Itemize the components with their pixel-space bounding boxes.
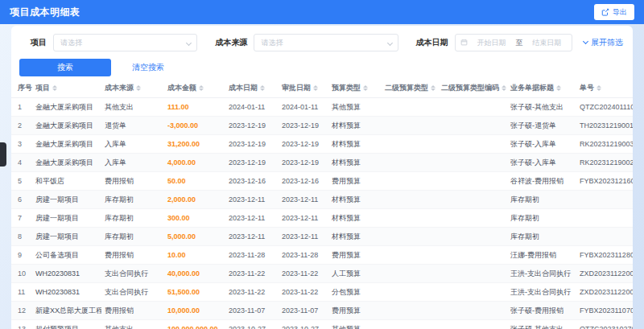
search-button[interactable]: 搜索 bbox=[19, 59, 111, 76]
cell-sub-budget-code bbox=[438, 302, 507, 320]
export-button[interactable]: 导出 bbox=[594, 4, 634, 20]
side-drawer-handle[interactable] bbox=[0, 142, 6, 167]
chevron-down-icon bbox=[387, 40, 393, 46]
table-row: 10WH20230831支出合同执行40,000.002023-11-22202… bbox=[11, 265, 633, 283]
cell-doc-no: ZXD20231122002 bbox=[576, 265, 633, 283]
cell-approval-date: 2023-12-19 bbox=[279, 117, 328, 135]
cell-budget-type: 其他预算 bbox=[328, 320, 382, 329]
cell-approval-date: 2023-11-28 bbox=[279, 246, 328, 265]
cell-doc-no bbox=[576, 228, 633, 246]
col-source[interactable]: 成本来源 bbox=[101, 79, 164, 98]
cell-amount: 40,000.00 bbox=[164, 265, 225, 283]
cell-budget-type: 材料预算 bbox=[328, 228, 382, 246]
export-icon bbox=[601, 8, 609, 16]
cell-budget-type: 人工预算 bbox=[328, 265, 382, 283]
col-sub-budget-type[interactable]: 二级预算类型 bbox=[382, 79, 438, 98]
cell-sub-budget-code bbox=[438, 98, 507, 117]
sort-icon[interactable] bbox=[556, 85, 561, 91]
col-doc-no[interactable]: 单号 bbox=[576, 79, 633, 98]
sort-icon[interactable] bbox=[431, 85, 436, 91]
sort-icon[interactable] bbox=[136, 85, 141, 91]
table-body: 1金融大厦采购项目其他支出111.002024-01-112024-01-11其… bbox=[11, 98, 633, 329]
sort-icon[interactable] bbox=[363, 85, 368, 91]
cell-source: 费用报销 bbox=[101, 246, 164, 265]
cell-budget-type: 材料预算 bbox=[328, 135, 382, 154]
cell-budget-type: 材料预算 bbox=[328, 154, 382, 172]
cell-doc-no: TH20231219001 bbox=[576, 117, 633, 135]
date-to-label: 至 bbox=[515, 38, 522, 48]
table-row: 6房建一期项目库存期初2,000.002023-12-112023-12-11材… bbox=[11, 191, 633, 209]
cell-source: 支出合同执行 bbox=[101, 265, 164, 283]
cell-amount: 300.00 bbox=[164, 209, 225, 228]
cell-amount: 111.00 bbox=[164, 98, 225, 117]
cell-project: 房建一期项目 bbox=[32, 191, 101, 209]
cell-cost-date: 2023-11-07 bbox=[225, 302, 279, 320]
cell-amount: 5,000.00 bbox=[164, 228, 225, 246]
col-sub-budget-code[interactable]: 二级预算类型编码 bbox=[438, 79, 507, 98]
cell-approval-date: 2023-12-11 bbox=[279, 228, 328, 246]
cell-index: 7 bbox=[11, 209, 32, 228]
sort-icon[interactable] bbox=[199, 85, 204, 91]
table-row: 5和平饭店费用报销50.002023-12-162023-12-16费用预算谷祥… bbox=[11, 172, 633, 191]
cell-sub-budget-code bbox=[438, 320, 507, 329]
cell-doc-no: RK20231219003 bbox=[576, 135, 633, 154]
cell-index: 9 bbox=[11, 246, 32, 265]
cell-amount: 31,200.00 bbox=[164, 135, 225, 154]
cell-source: 费用报销 bbox=[101, 172, 164, 191]
table-row: 8房建一期项目库存期初5,000.002023-12-112023-12-11材… bbox=[11, 228, 633, 246]
col-label: 审批日期 bbox=[282, 84, 311, 92]
cell-sub-budget-type bbox=[382, 154, 438, 172]
cell-amount: 51,500.00 bbox=[164, 283, 225, 302]
cell-doc-no: FYBX20231128001 bbox=[576, 246, 633, 265]
cell-sub-budget-type bbox=[382, 191, 438, 209]
cell-budget-type: 材料预算 bbox=[328, 117, 382, 135]
clear-search-link[interactable]: 清空搜索 bbox=[132, 62, 164, 73]
cell-sub-budget-code bbox=[438, 283, 507, 302]
cell-approval-date: 2023-11-22 bbox=[279, 265, 328, 283]
cell-approval-date: 2023-12-19 bbox=[279, 154, 328, 172]
project-select[interactable]: 请选择 bbox=[53, 34, 197, 51]
expand-filter-link[interactable]: 展开筛选 bbox=[584, 37, 623, 48]
cell-index: 3 bbox=[11, 135, 32, 154]
cell-doc-title: 库存期初 bbox=[507, 191, 576, 209]
cell-index: 4 bbox=[11, 154, 32, 172]
col-project[interactable]: 项目 bbox=[32, 79, 101, 98]
sort-icon[interactable] bbox=[260, 85, 265, 91]
sort-icon[interactable] bbox=[597, 85, 601, 91]
cell-cost-date: 2024-01-11 bbox=[225, 98, 279, 117]
table-row: 9公司备选项目费用报销10.002023-11-282023-11-28费用预算… bbox=[11, 246, 633, 265]
cell-project: 和平饭店 bbox=[32, 172, 101, 191]
source-filter-label: 成本来源 bbox=[215, 37, 247, 48]
col-amount[interactable]: 成本金额 bbox=[164, 79, 225, 98]
date-end-placeholder: 结束日期 bbox=[526, 38, 567, 48]
cell-cost-date: 2023-12-11 bbox=[225, 228, 279, 246]
sort-icon[interactable] bbox=[502, 85, 506, 91]
col-doc-title[interactable]: 业务单据标题 bbox=[507, 79, 576, 98]
project-filter-label: 项目 bbox=[31, 37, 47, 48]
cell-index: 10 bbox=[11, 265, 32, 283]
col-label: 成本来源 bbox=[105, 84, 134, 92]
cell-approval-date: 2023-12-11 bbox=[279, 209, 328, 228]
cell-amount: 10,000.00 bbox=[164, 302, 225, 320]
cell-index: 2 bbox=[11, 117, 32, 135]
cell-doc-no: FYBX20231107001 bbox=[576, 302, 633, 320]
cell-approval-date: 2023-11-07 bbox=[279, 302, 328, 320]
cell-cost-date: 2023-12-16 bbox=[225, 172, 279, 191]
sort-icon[interactable] bbox=[52, 85, 57, 91]
cell-source: 退货单 bbox=[101, 117, 164, 135]
cell-approval-date: 2023-12-19 bbox=[279, 135, 328, 154]
table-row: 3金融大厦采购项目入库单31,200.002023-12-192023-12-1… bbox=[11, 135, 633, 154]
date-range-picker[interactable]: 开始日期 至 结束日期 bbox=[455, 34, 572, 51]
cell-cost-date: 2023-11-22 bbox=[225, 283, 279, 302]
table-header: 序号项目成本来源成本金额成本日期审批日期预算类型二级预算类型二级预算类型编码业务… bbox=[11, 79, 633, 98]
col-cost-date[interactable]: 成本日期 bbox=[225, 79, 279, 98]
cell-doc-title: 张子硕-其他支出 bbox=[507, 320, 576, 329]
cell-approval-date: 2023-10-27 bbox=[279, 320, 328, 329]
col-approval-date[interactable]: 审批日期 bbox=[279, 79, 328, 98]
cell-doc-title: 张子硕-费用报销 bbox=[507, 302, 576, 320]
cell-project: 金融大厦采购项目 bbox=[32, 117, 101, 135]
source-select[interactable]: 请选择 bbox=[254, 34, 398, 51]
cell-sub-budget-code bbox=[438, 246, 507, 265]
col-budget-type[interactable]: 预算类型 bbox=[328, 79, 382, 98]
sort-icon[interactable] bbox=[313, 85, 318, 91]
